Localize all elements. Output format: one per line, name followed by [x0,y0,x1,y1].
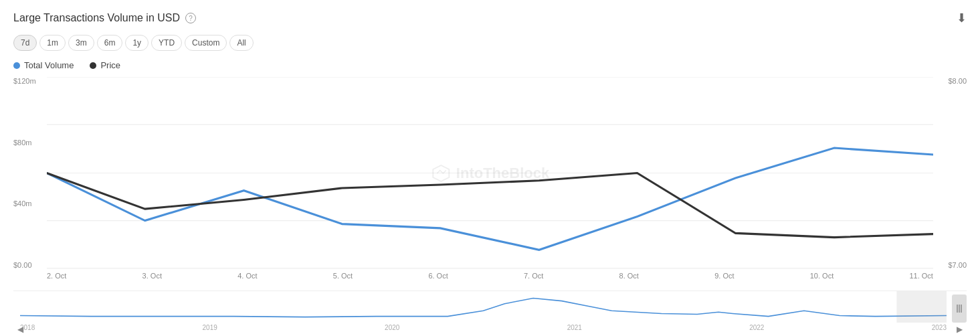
mini-chart-area: 2018 2019 2020 2021 2022 2023 ◀ ▶ [13,290,967,336]
x-label-oct6: 6. Oct [428,272,448,280]
x-axis: 2. Oct 3. Oct 4. Oct 5. Oct 6. Oct 7. Oc… [47,269,933,289]
legend-dot-volume [13,62,20,69]
legend: Total Volume Price [13,60,967,70]
scroll-arrows: ◀ ▶ [13,323,967,336]
x-label-oct8: 8. Oct [619,272,639,280]
chart-area: $120m $80m $40m $0.00 $8.00 $7.00 [13,77,967,336]
main-chart: $120m $80m $40m $0.00 $8.00 $7.00 [13,77,967,289]
mini-chart-svg [20,291,947,323]
y-axis-right: $8.00 $7.00 [933,77,967,269]
x-label-oct5: 5. Oct [333,272,353,280]
filter-1m[interactable]: 1m [39,35,66,51]
chart-container: Large Transactions Volume in USD ? ⬇ 7d … [0,0,980,336]
chart-title: Large Transactions Volume in USD [13,12,180,24]
time-filters: 7d 1m 3m 6m 1y YTD Custom All [13,35,967,51]
y-label-80m: $80m [13,139,32,147]
y-label-40m: $40m [13,199,32,207]
filter-all[interactable]: All [229,35,253,51]
legend-item-price: Price [90,60,120,70]
y-label-120m: $120m [13,77,36,85]
filter-3m[interactable]: 3m [68,35,94,51]
filter-custom[interactable]: Custom [185,35,227,51]
legend-label-volume: Total Volume [24,60,74,70]
filter-6m[interactable]: 6m [97,35,123,51]
x-label-oct3: 3. Oct [142,272,162,280]
y-label-700: $7.00 [948,261,967,269]
filter-7d[interactable]: 7d [13,35,37,51]
x-label-oct10: 10. Oct [810,272,834,280]
x-label-oct11: 11. Oct [909,272,933,280]
x-label-oct2: 2. Oct [47,272,66,280]
legend-label-price: Price [100,60,120,70]
y-axis-left: $120m $80m $40m $0.00 [13,77,47,269]
y-label-0: $0.00 [13,261,32,269]
x-label-oct4: 4. Oct [237,272,257,280]
x-label-oct9: 9. Oct [714,272,734,280]
scroll-right-arrow[interactable]: ▶ [953,325,967,334]
legend-item-volume: Total Volume [13,60,74,70]
help-icon[interactable]: ? [185,13,196,23]
title-group: Large Transactions Volume in USD ? [13,12,196,24]
y-label-800: $8.00 [948,77,967,85]
scroll-left-arrow[interactable]: ◀ [13,325,27,334]
download-button[interactable]: ⬇ [957,11,967,25]
mini-scrollbar-handle[interactable] [952,295,967,323]
x-label-oct7: 7. Oct [524,272,543,280]
filter-ytd[interactable]: YTD [151,35,182,51]
header-row: Large Transactions Volume in USD ? ⬇ [13,11,967,25]
filter-1y[interactable]: 1y [125,35,149,51]
chart-svg: IntoTheBlock [47,77,933,269]
legend-dot-price [90,62,96,69]
svg-rect-6 [896,291,947,323]
